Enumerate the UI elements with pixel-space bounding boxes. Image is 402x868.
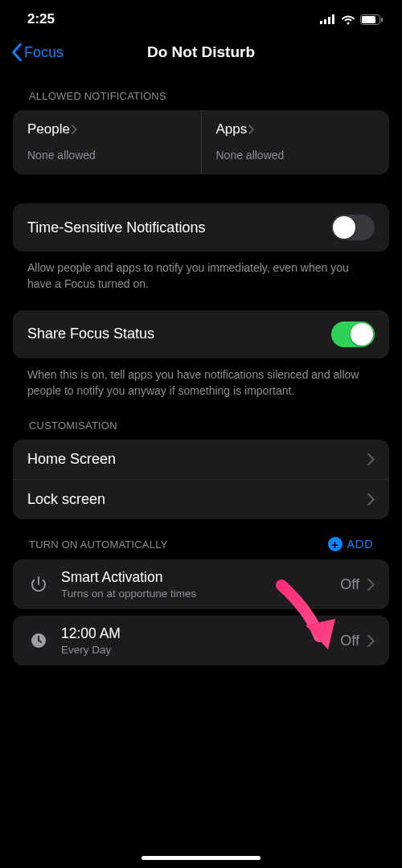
lock-screen-row[interactable]: Lock screen: [13, 479, 389, 519]
schedule-title: 12:00 AM: [61, 625, 121, 642]
chevron-right-icon: [367, 453, 375, 465]
customisation-card: Home Screen Lock screen: [13, 440, 389, 519]
svg-rect-6: [381, 18, 383, 22]
time-sensitive-footnote: Allow people and apps to notify you imme…: [13, 252, 389, 296]
power-icon: [27, 575, 50, 594]
chevron-right-icon: [367, 635, 375, 647]
time-sensitive-card: Time-Sensitive Notifications: [13, 203, 389, 252]
share-status-card: Share Focus Status: [13, 310, 389, 358]
smart-activation-value: Off: [340, 576, 359, 593]
wifi-icon: [341, 14, 355, 25]
svg-rect-5: [362, 16, 375, 23]
schedule-value: Off: [340, 633, 359, 649]
schedule-card: 12:00 AM Every Day Off: [13, 616, 389, 665]
chevron-right-icon: [367, 493, 375, 506]
home-screen-label: Home Screen: [27, 451, 116, 468]
clock-icon: [27, 631, 50, 650]
apps-sub: None allowed: [216, 149, 375, 162]
smart-activation-sub: Turns on at opportune times: [61, 588, 196, 600]
schedule-sub: Every Day: [61, 644, 121, 656]
chevron-right-icon: [72, 125, 78, 134]
battery-icon: [360, 14, 383, 25]
auto-header-label: TURN ON AUTOMATICALLY: [29, 538, 168, 551]
time-sensitive-row[interactable]: Time-Sensitive Notifications: [13, 203, 389, 252]
chevron-left-icon: [11, 43, 23, 61]
svg-rect-1: [324, 19, 326, 24]
home-indicator[interactable]: [142, 856, 260, 860]
share-status-footnote: When this is on, tell apps you have noti…: [13, 358, 389, 403]
nav-bar: Focus Do Not Disturb: [0, 35, 402, 72]
cellular-icon: [320, 14, 336, 24]
svg-rect-3: [332, 14, 334, 24]
smart-activation-title: Smart Activation: [61, 569, 196, 586]
svg-rect-0: [320, 21, 322, 24]
time-sensitive-switch[interactable]: [331, 215, 375, 240]
back-button[interactable]: Focus: [11, 43, 64, 61]
chevron-right-icon: [248, 125, 255, 134]
add-button[interactable]: + ADD: [328, 537, 373, 551]
chevron-right-icon: [367, 579, 375, 591]
plus-icon: +: [328, 537, 343, 551]
apps-title: Apps: [216, 121, 248, 137]
svg-rect-2: [328, 17, 330, 24]
allowed-card: People None allowed Apps None allowed: [13, 110, 389, 174]
time-sensitive-label: Time-Sensitive Notifications: [27, 219, 205, 236]
share-status-switch[interactable]: [331, 321, 375, 347]
home-screen-row[interactable]: Home Screen: [13, 440, 389, 479]
add-label: ADD: [347, 538, 373, 551]
people-cell[interactable]: People None allowed: [13, 110, 202, 174]
share-status-label: Share Focus Status: [27, 326, 154, 342]
section-header-customisation: CUSTOMISATION: [13, 402, 389, 440]
back-label: Focus: [24, 44, 64, 61]
apps-cell[interactable]: Apps None allowed: [202, 110, 390, 174]
status-time: 2:25: [27, 11, 55, 27]
status-bar: 2:25: [0, 0, 402, 35]
status-indicators: [320, 14, 383, 25]
share-status-row[interactable]: Share Focus Status: [13, 310, 389, 358]
smart-activation-row[interactable]: Smart Activation Turns on at opportune t…: [13, 559, 389, 609]
lock-screen-label: Lock screen: [27, 491, 105, 508]
smart-activation-card: Smart Activation Turns on at opportune t…: [13, 559, 389, 609]
people-sub: None allowed: [27, 149, 187, 162]
schedule-row[interactable]: 12:00 AM Every Day Off: [13, 616, 389, 665]
section-header-auto: TURN ON AUTOMATICALLY + ADD: [13, 519, 389, 559]
section-header-allowed: ALLOWED NOTIFICATIONS: [13, 72, 389, 110]
people-title: People: [27, 121, 70, 137]
